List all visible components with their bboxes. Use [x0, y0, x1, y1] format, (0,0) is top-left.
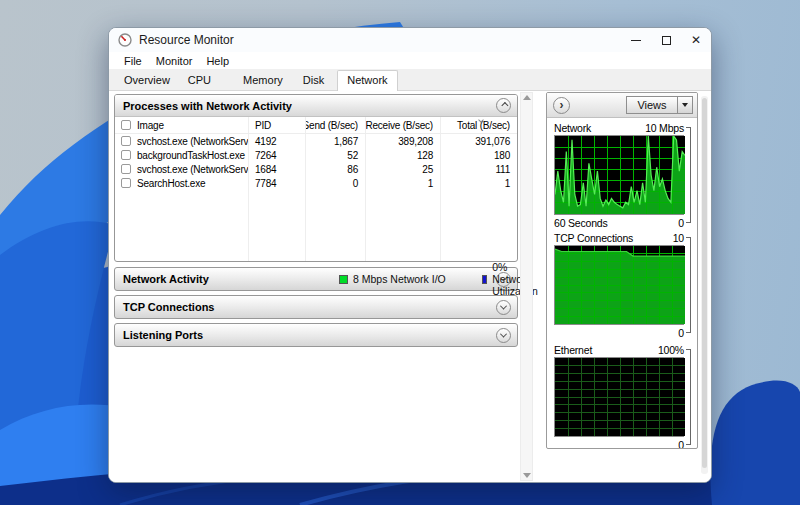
cell-pid: 7784 — [249, 176, 306, 190]
listening-ports-title: Listening Ports — [123, 329, 203, 341]
tab-disk[interactable]: Disk — [294, 71, 333, 90]
collapse-button[interactable] — [496, 98, 511, 113]
cell-send: 0 — [306, 176, 366, 190]
network-activity-title: Network Activity — [123, 273, 209, 285]
graph-section-tcp-connections: TCP Connections100 — [547, 230, 697, 340]
close-button[interactable]: ✕ — [681, 28, 711, 52]
column-header-receive-b-sec[interactable]: Receive (B/sec) — [366, 117, 441, 133]
cell-send: 86 — [306, 162, 366, 176]
collapse-sidebar-button[interactable]: › — [553, 97, 570, 114]
tab-memory[interactable]: Memory — [234, 71, 292, 90]
column-header-label: PID — [255, 120, 271, 131]
scroll-down-icon[interactable] — [523, 473, 531, 478]
filler-cell — [441, 190, 517, 261]
cell-pid: 1684 — [249, 162, 306, 176]
graph-section-network: Network10 Mbps60 Seconds0 — [547, 120, 697, 230]
processes-panel-header[interactable]: Processes with Network Activity — [115, 95, 517, 117]
sidebar-header: › Views — [547, 93, 697, 118]
maximize-button[interactable] — [651, 28, 681, 52]
graph-plot-tcp-connections — [555, 246, 685, 324]
expand-button[interactable] — [496, 328, 511, 343]
graph-scale-bottom: 0 — [678, 327, 684, 339]
graph-name: TCP Connections — [554, 232, 633, 244]
image-name: SearchHost.exe — [137, 178, 205, 189]
window-title: Resource Monitor — [139, 33, 234, 47]
graph-scale-top: 100% — [658, 344, 684, 356]
graph-section-ethernet: Ethernet100%0 — [547, 342, 697, 449]
views-split-button: Views — [626, 96, 693, 114]
graph-bottom-row: 0 — [554, 325, 684, 340]
tcp-connections-panel[interactable]: TCP Connections — [114, 295, 518, 319]
table-row[interactable]: backgroundTaskHost.exe726452128180 — [115, 148, 517, 162]
graph-label-row: Network10 Mbps — [554, 120, 684, 135]
menu-item-help[interactable]: Help — [199, 55, 236, 67]
cell-total: 180 — [441, 148, 517, 162]
cell-pid: 7264 — [249, 148, 306, 162]
column-header-total-b-sec[interactable]: Total (B/sec) — [441, 117, 517, 133]
cell-image: SearchHost.exe — [115, 176, 249, 190]
filler-cell — [249, 190, 306, 261]
graph-scale-bracket — [686, 349, 691, 445]
graph-bottom-row: 60 Seconds0 — [554, 215, 684, 230]
views-dropdown-button[interactable] — [678, 96, 693, 114]
tab-overview[interactable]: Overview — [115, 71, 179, 90]
menu-item-file[interactable]: File — [117, 55, 149, 67]
chevron-up-icon — [501, 102, 508, 109]
graphs-sidebar: › Views Network10 Mbps60 Seconds0TCP Con… — [538, 92, 711, 482]
cell-receive: 128 — [366, 148, 441, 162]
column-header-label: Image — [137, 120, 164, 131]
client-area: Processes with Network Activity ImagePID… — [109, 91, 711, 483]
column-header-image[interactable]: Image — [115, 117, 249, 133]
table-row[interactable]: svchost.exe (NetworkService -p)168486251… — [115, 162, 517, 176]
graph-label-row: Ethernet100% — [554, 342, 684, 357]
tab-bar: OverviewCPUMemoryDiskNetwork — [109, 70, 711, 91]
table-header-row: ImagePIDSend (B/sec)Receive (B/sec)Total… — [115, 117, 517, 134]
column-header-pid[interactable]: PID — [249, 117, 306, 133]
tab-network[interactable]: Network — [337, 70, 397, 91]
table-filler-row — [115, 190, 517, 261]
graph-box — [554, 357, 684, 437]
listening-ports-panel[interactable]: Listening Ports — [114, 323, 518, 347]
views-button[interactable]: Views — [626, 96, 678, 114]
expand-button[interactable] — [496, 300, 511, 315]
graph-bottom-row: 0 — [554, 437, 684, 449]
scroll-up-icon[interactable] — [523, 95, 531, 100]
table-row[interactable]: svchost.exe (NetworkService -p)41921,867… — [115, 134, 517, 148]
filler-cell — [366, 190, 441, 261]
cell-image: svchost.exe (NetworkService -p) — [115, 162, 249, 176]
menu-bar: FileMonitorHelp — [109, 52, 711, 70]
graphs-box: › Views Network10 Mbps60 Seconds0TCP Con… — [546, 92, 698, 449]
column-header-send-b-sec[interactable]: Send (B/sec) — [306, 117, 366, 133]
close-icon: ✕ — [691, 34, 701, 46]
row-checkbox[interactable] — [121, 150, 131, 160]
minimize-icon — [631, 40, 641, 41]
processes-panel: Processes with Network Activity ImagePID… — [114, 94, 518, 262]
table-row[interactable]: SearchHost.exe7784011 — [115, 176, 517, 190]
resource-monitor-window: Resource Monitor ✕ FileMonitorHelp Overv… — [108, 27, 712, 483]
graph-scale-bracket — [686, 127, 691, 223]
blue-swatch-icon — [482, 275, 487, 284]
graph-scale-top: 10 — [673, 232, 684, 244]
filler-cell — [115, 190, 249, 261]
graph-label-row: TCP Connections10 — [554, 230, 684, 245]
row-checkbox[interactable] — [121, 136, 131, 146]
tab-cpu[interactable]: CPU — [179, 71, 220, 90]
green-swatch-icon — [339, 275, 348, 284]
row-checkbox[interactable] — [121, 164, 131, 174]
legend-network-io: 8 Mbps Network I/O — [339, 273, 446, 285]
cell-total: 111 — [441, 162, 517, 176]
minimize-button[interactable] — [621, 28, 651, 52]
cell-image: backgroundTaskHost.exe — [115, 148, 249, 162]
select-all-checkbox[interactable] — [121, 120, 131, 130]
image-name: backgroundTaskHost.exe — [137, 150, 245, 161]
menu-item-monitor[interactable]: Monitor — [149, 55, 200, 67]
network-activity-panel[interactable]: Network Activity 8 Mbps Network I/O 0% N… — [114, 267, 518, 291]
sidebar-scrollbar-thumb[interactable] — [702, 98, 707, 468]
row-checkbox[interactable] — [121, 178, 131, 188]
main-scrollbar[interactable] — [520, 92, 533, 481]
cell-send: 52 — [306, 148, 366, 162]
cell-send: 1,867 — [306, 134, 366, 148]
image-name: svchost.exe (NetworkService -p) — [137, 164, 249, 175]
title-bar[interactable]: Resource Monitor ✕ — [109, 28, 711, 52]
sidebar-scrollbar[interactable] — [701, 96, 708, 474]
